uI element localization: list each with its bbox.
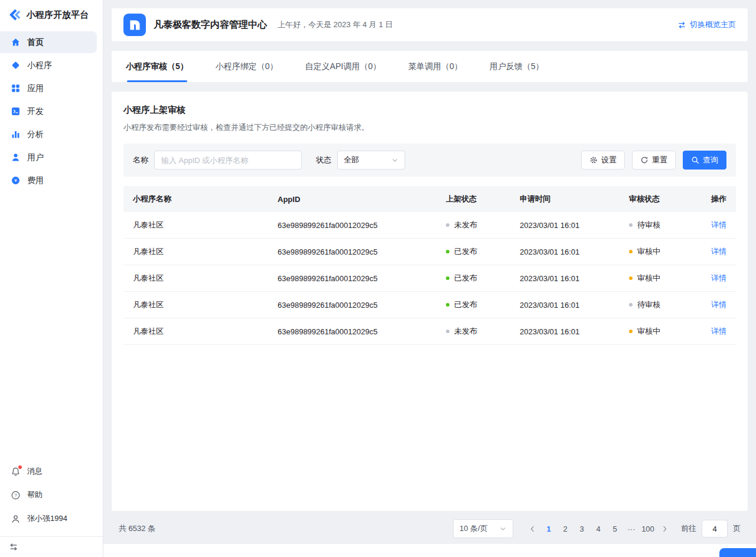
users-icon <box>11 152 21 162</box>
sidebar-item-messages[interactable]: 消息 <box>0 460 103 483</box>
col-header-name: 小程序名称 <box>133 194 278 204</box>
sidebar-item-label: 用户 <box>27 152 44 163</box>
review-status-text: 审核中 <box>637 326 660 337</box>
apps-icon <box>11 83 21 93</box>
notification-dot <box>18 465 22 469</box>
detail-link[interactable]: 详情 <box>711 273 726 282</box>
page-number[interactable]: 2 <box>557 519 573 538</box>
page-number[interactable]: 4 <box>590 519 607 538</box>
cell-review-status: 待审核 <box>629 220 703 230</box>
sidebar-item-label: 分析 <box>27 129 44 140</box>
settings-button[interactable]: 设置 <box>581 151 625 170</box>
cell-name: 凡泰社区 <box>133 220 278 230</box>
page-size-value: 10 条/页 <box>460 523 488 534</box>
col-header-review-status: 审核状态 <box>629 194 703 204</box>
sidebar-item-users[interactable]: 用户 <box>0 146 97 168</box>
cell-action: 详情 <box>703 220 726 230</box>
home-icon <box>11 37 21 47</box>
publish-status-text: 已发布 <box>454 273 477 284</box>
platform-logo-icon <box>8 8 22 22</box>
cell-review-status: 审核中 <box>629 273 703 284</box>
tab-miniapp-review[interactable]: 小程序审核（5） <box>126 51 188 82</box>
detail-link[interactable]: 详情 <box>711 327 726 335</box>
sidebar-item-miniprogram[interactable]: 小程序 <box>0 54 97 76</box>
page-ellipsis[interactable]: ··· <box>623 519 640 538</box>
page-number[interactable]: 100 <box>640 519 656 538</box>
miniprogram-icon <box>11 60 21 70</box>
prev-page-button[interactable] <box>524 519 540 538</box>
sidebar-item-label: 开发 <box>27 106 44 117</box>
sidebar-item-account[interactable]: 张小强1994 <box>0 507 103 530</box>
sidebar-item-analytics[interactable]: 分析 <box>0 123 97 145</box>
cell-apply-time: 2023/03/01 16:01 <box>520 327 629 336</box>
next-page-button[interactable] <box>656 519 673 538</box>
review-status-text: 审核中 <box>637 246 660 257</box>
publish-status-dot <box>446 276 449 280</box>
sidebar: 小程序开放平台 首页 小程序 应用 <box>0 0 103 557</box>
cell-appid: 63e989899261fa00012029c5 <box>278 247 446 256</box>
cell-action: 详情 <box>703 326 726 337</box>
cell-publish-status: 已发布 <box>446 299 520 310</box>
review-status-dot <box>629 223 633 227</box>
sidebar-item-apps[interactable]: 应用 <box>0 77 97 99</box>
switch-overview-link[interactable]: 切换概览主页 <box>677 19 736 30</box>
cell-appid: 63e989899261fa00012029c5 <box>278 221 446 230</box>
cell-apply-time: 2023/03/01 16:01 <box>520 247 629 256</box>
switch-overview-label: 切换概览主页 <box>690 19 736 30</box>
cell-name: 凡泰社区 <box>133 326 278 337</box>
name-filter-input[interactable] <box>154 151 302 170</box>
tab-custom-api[interactable]: 自定义API调用（0） <box>305 51 381 82</box>
cell-apply-time: 2023/03/01 16:01 <box>520 274 629 283</box>
settings-label: 设置 <box>601 155 617 165</box>
cell-apply-time: 2023/03/01 16:01 <box>520 301 629 310</box>
reset-button[interactable]: 重置 <box>632 151 676 170</box>
status-filter-select[interactable]: 全部 <box>337 151 405 170</box>
tab-bar: 小程序审核（5） 小程序绑定（0） 自定义API调用（0） 菜单调用（0） 用户… <box>112 51 748 82</box>
detail-link[interactable]: 详情 <box>711 220 726 229</box>
sidebar-item-fees[interactable]: ¥ 费用 <box>0 170 97 191</box>
collapse-sidebar-button[interactable] <box>0 537 103 557</box>
col-header-appid: AppID <box>278 195 446 204</box>
page-number[interactable]: 3 <box>573 519 590 538</box>
detail-link[interactable]: 详情 <box>711 247 726 256</box>
review-status-dot <box>629 303 633 307</box>
svg-text:¥: ¥ <box>14 178 17 183</box>
page-size-select[interactable]: 10 条/页 <box>453 519 513 538</box>
search-label: 查询 <box>703 155 718 165</box>
sidebar-item-label: 消息 <box>27 466 43 477</box>
workspace-header: 凡泰极客数字内容管理中心 上午好，今天是 2023 年 4 月 1 日 切换概览… <box>112 8 748 41</box>
cell-action: 详情 <box>703 273 726 284</box>
tab-menu-call[interactable]: 菜单调用（0） <box>408 51 462 82</box>
sidebar-item-label: 首页 <box>27 37 44 48</box>
goto-label: 前往 <box>681 523 696 534</box>
goto-page-input[interactable] <box>702 520 728 538</box>
platform-logo-text: 小程序开放平台 <box>27 9 89 21</box>
cell-appid: 63e989899261fa00012029c5 <box>278 301 446 310</box>
review-status-dot <box>629 250 633 253</box>
page-number[interactable]: 5 <box>607 519 623 538</box>
table-row: 凡泰社区 63e989899261fa00012029c5 已发布 2023/0… <box>123 265 736 292</box>
tab-miniapp-binding[interactable]: 小程序绑定（0） <box>216 51 278 82</box>
sidebar-item-dev[interactable]: 开发 <box>0 100 97 122</box>
cell-publish-status: 已发布 <box>446 273 520 284</box>
table-row: 凡泰社区 63e989899261fa00012029c5 已发布 2023/0… <box>123 292 736 318</box>
sidebar-menu: 首页 小程序 应用 开发 <box>0 28 103 193</box>
chevron-left-icon <box>529 525 536 533</box>
tab-user-feedback[interactable]: 用户反馈（5） <box>490 51 544 82</box>
publish-status-dot <box>446 330 449 333</box>
col-header-action: 操作 <box>703 194 726 204</box>
cell-publish-status: 已发布 <box>446 246 520 257</box>
collapse-sidebar-icon <box>9 542 18 552</box>
sidebar-item-help[interactable]: ? 帮助 <box>0 483 103 507</box>
sidebar-item-home[interactable]: 首页 <box>0 31 97 53</box>
refresh-icon <box>640 156 649 164</box>
cell-appid: 63e989899261fa00012029c5 <box>278 327 446 336</box>
col-header-apply-time: 申请时间 <box>520 194 629 204</box>
detail-link[interactable]: 详情 <box>711 300 726 309</box>
floating-widget[interactable] <box>719 548 756 557</box>
help-icon: ? <box>11 490 21 500</box>
cell-publish-status: 未发布 <box>446 326 520 337</box>
search-button[interactable]: 查询 <box>683 151 726 170</box>
sidebar-item-label: 帮助 <box>27 490 43 500</box>
page-number[interactable]: 1 <box>540 519 557 538</box>
